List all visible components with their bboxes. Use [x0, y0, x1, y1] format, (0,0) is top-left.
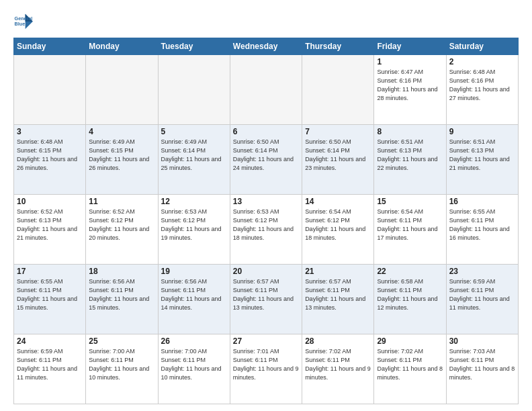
- day-number: 9: [449, 127, 515, 136]
- day-info: Sunrise: 6:54 AM Sunset: 6:11 PM Dayligh…: [377, 208, 443, 242]
- day-number: 27: [233, 336, 299, 346]
- calendar-cell: 29Sunrise: 7:02 AM Sunset: 6:11 PM Dayli…: [374, 334, 446, 404]
- day-info: Sunrise: 6:49 AM Sunset: 6:15 PM Dayligh…: [89, 138, 154, 173]
- calendar-cell: [230, 55, 302, 125]
- calendar-week-row: 10Sunrise: 6:52 AM Sunset: 6:13 PM Dayli…: [14, 195, 519, 265]
- calendar-cell: 12Sunrise: 6:53 AM Sunset: 6:12 PM Dayli…: [158, 195, 230, 265]
- calendar-cell: [158, 55, 230, 125]
- calendar-cell: [302, 55, 374, 125]
- header: General Blue: [13, 11, 519, 32]
- calendar-cell: 8Sunrise: 6:51 AM Sunset: 6:13 PM Daylig…: [374, 125, 446, 195]
- day-info: Sunrise: 6:52 AM Sunset: 6:12 PM Dayligh…: [89, 208, 154, 242]
- day-number: 11: [89, 197, 154, 206]
- day-info: Sunrise: 7:03 AM Sunset: 6:11 PM Dayligh…: [449, 347, 515, 382]
- day-number: 29: [377, 336, 443, 346]
- day-info: Sunrise: 6:47 AM Sunset: 6:16 PM Dayligh…: [377, 68, 443, 103]
- calendar-cell: 10Sunrise: 6:52 AM Sunset: 6:13 PM Dayli…: [14, 195, 86, 265]
- day-info: Sunrise: 6:48 AM Sunset: 6:15 PM Dayligh…: [17, 138, 83, 173]
- day-info: Sunrise: 6:50 AM Sunset: 6:14 PM Dayligh…: [233, 138, 299, 173]
- calendar-cell: 28Sunrise: 7:02 AM Sunset: 6:11 PM Dayli…: [302, 334, 374, 404]
- day-number: 1: [377, 57, 443, 66]
- calendar-cell: 17Sunrise: 6:55 AM Sunset: 6:11 PM Dayli…: [14, 265, 86, 334]
- calendar-week-row: 24Sunrise: 6:59 AM Sunset: 6:11 PM Dayli…: [14, 334, 519, 404]
- calendar-cell: 27Sunrise: 7:01 AM Sunset: 6:11 PM Dayli…: [230, 334, 302, 404]
- day-info: Sunrise: 6:57 AM Sunset: 6:11 PM Dayligh…: [305, 277, 371, 312]
- calendar-week-row: 3Sunrise: 6:48 AM Sunset: 6:15 PM Daylig…: [14, 125, 519, 195]
- day-number: 25: [89, 336, 154, 346]
- day-info: Sunrise: 6:54 AM Sunset: 6:12 PM Dayligh…: [305, 208, 371, 242]
- day-number: 21: [305, 267, 371, 276]
- calendar-cell: 16Sunrise: 6:55 AM Sunset: 6:11 PM Dayli…: [446, 195, 518, 265]
- day-info: Sunrise: 6:58 AM Sunset: 6:11 PM Dayligh…: [377, 277, 443, 312]
- calendar-cell: 22Sunrise: 6:58 AM Sunset: 6:11 PM Dayli…: [374, 265, 446, 334]
- day-number: 3: [17, 127, 83, 136]
- day-number: 17: [17, 267, 83, 276]
- day-info: Sunrise: 7:00 AM Sunset: 6:11 PM Dayligh…: [161, 347, 227, 382]
- calendar-week-row: 1Sunrise: 6:47 AM Sunset: 6:16 PM Daylig…: [14, 55, 519, 125]
- day-info: Sunrise: 6:52 AM Sunset: 6:13 PM Dayligh…: [17, 208, 83, 242]
- calendar-cell: 24Sunrise: 6:59 AM Sunset: 6:11 PM Dayli…: [14, 334, 86, 404]
- day-info: Sunrise: 6:51 AM Sunset: 6:13 PM Dayligh…: [449, 138, 515, 173]
- day-of-week-header: Monday: [86, 38, 158, 55]
- day-number: 4: [89, 127, 154, 136]
- day-number: 28: [305, 336, 371, 346]
- day-number: 18: [89, 267, 154, 276]
- day-info: Sunrise: 6:59 AM Sunset: 6:11 PM Dayligh…: [17, 347, 83, 382]
- calendar-cell: 13Sunrise: 6:53 AM Sunset: 6:12 PM Dayli…: [230, 195, 302, 265]
- calendar-header-row: SundayMondayTuesdayWednesdayThursdayFrid…: [14, 38, 519, 55]
- calendar-cell: 2Sunrise: 6:48 AM Sunset: 6:16 PM Daylig…: [446, 55, 518, 125]
- day-number: 6: [233, 127, 299, 136]
- calendar-cell: 7Sunrise: 6:50 AM Sunset: 6:14 PM Daylig…: [302, 125, 374, 195]
- day-info: Sunrise: 6:55 AM Sunset: 6:11 PM Dayligh…: [449, 208, 515, 242]
- page: General Blue SundayMondayTuesdayWednesda…: [0, 0, 532, 411]
- day-info: Sunrise: 7:02 AM Sunset: 6:11 PM Dayligh…: [305, 347, 371, 382]
- svg-text:General: General: [15, 15, 33, 21]
- logo: General Blue: [13, 11, 35, 32]
- day-number: 12: [161, 197, 227, 206]
- calendar-cell: 25Sunrise: 7:00 AM Sunset: 6:11 PM Dayli…: [86, 334, 158, 404]
- day-info: Sunrise: 6:56 AM Sunset: 6:11 PM Dayligh…: [161, 277, 227, 312]
- day-info: Sunrise: 6:49 AM Sunset: 6:14 PM Dayligh…: [161, 138, 227, 173]
- calendar-cell: 9Sunrise: 6:51 AM Sunset: 6:13 PM Daylig…: [446, 125, 518, 195]
- day-number: 16: [449, 197, 515, 206]
- day-number: 8: [377, 127, 443, 136]
- day-of-week-header: Friday: [374, 38, 446, 55]
- day-number: 7: [305, 127, 371, 136]
- day-info: Sunrise: 6:48 AM Sunset: 6:16 PM Dayligh…: [449, 68, 515, 103]
- day-info: Sunrise: 7:02 AM Sunset: 6:11 PM Dayligh…: [377, 347, 443, 382]
- day-info: Sunrise: 7:00 AM Sunset: 6:11 PM Dayligh…: [89, 347, 154, 382]
- calendar-cell: 5Sunrise: 6:49 AM Sunset: 6:14 PM Daylig…: [158, 125, 230, 195]
- calendar-cell: [14, 55, 86, 125]
- calendar-cell: 3Sunrise: 6:48 AM Sunset: 6:15 PM Daylig…: [14, 125, 86, 195]
- calendar-table: SundayMondayTuesdayWednesdayThursdayFrid…: [13, 38, 519, 404]
- calendar-cell: 14Sunrise: 6:54 AM Sunset: 6:12 PM Dayli…: [302, 195, 374, 265]
- calendar-cell: 19Sunrise: 6:56 AM Sunset: 6:11 PM Dayli…: [158, 265, 230, 334]
- day-of-week-header: Tuesday: [158, 38, 230, 55]
- day-info: Sunrise: 6:50 AM Sunset: 6:14 PM Dayligh…: [305, 138, 371, 173]
- day-info: Sunrise: 6:53 AM Sunset: 6:12 PM Dayligh…: [233, 208, 299, 242]
- calendar-cell: 21Sunrise: 6:57 AM Sunset: 6:11 PM Dayli…: [302, 265, 374, 334]
- day-number: 13: [233, 197, 299, 206]
- calendar-week-row: 17Sunrise: 6:55 AM Sunset: 6:11 PM Dayli…: [14, 265, 519, 334]
- day-number: 10: [17, 197, 83, 206]
- day-of-week-header: Wednesday: [230, 38, 302, 55]
- day-info: Sunrise: 6:55 AM Sunset: 6:11 PM Dayligh…: [17, 277, 83, 312]
- day-info: Sunrise: 6:53 AM Sunset: 6:12 PM Dayligh…: [161, 208, 227, 242]
- calendar-cell: 15Sunrise: 6:54 AM Sunset: 6:11 PM Dayli…: [374, 195, 446, 265]
- logo-icon: General Blue: [13, 11, 35, 32]
- day-number: 14: [305, 197, 371, 206]
- calendar-cell: 26Sunrise: 7:00 AM Sunset: 6:11 PM Dayli…: [158, 334, 230, 404]
- day-of-week-header: Sunday: [14, 38, 86, 55]
- calendar-cell: [86, 55, 158, 125]
- day-info: Sunrise: 6:56 AM Sunset: 6:11 PM Dayligh…: [89, 277, 154, 312]
- day-number: 22: [377, 267, 443, 276]
- day-number: 23: [449, 267, 515, 276]
- day-number: 24: [17, 336, 83, 346]
- day-number: 30: [449, 336, 515, 346]
- day-number: 15: [377, 197, 443, 206]
- day-info: Sunrise: 6:51 AM Sunset: 6:13 PM Dayligh…: [377, 138, 443, 173]
- day-number: 2: [449, 57, 515, 66]
- calendar-cell: 4Sunrise: 6:49 AM Sunset: 6:15 PM Daylig…: [86, 125, 158, 195]
- calendar-cell: 11Sunrise: 6:52 AM Sunset: 6:12 PM Dayli…: [86, 195, 158, 265]
- calendar-cell: 23Sunrise: 6:59 AM Sunset: 6:11 PM Dayli…: [446, 265, 518, 334]
